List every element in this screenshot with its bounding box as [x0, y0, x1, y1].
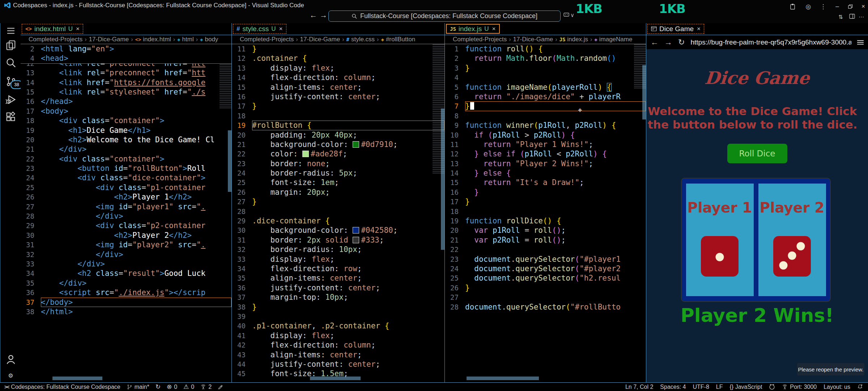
- status-item-rocket[interactable]: [218, 384, 224, 390]
- code-line[interactable]: 26 margin: 20px;: [232, 188, 444, 197]
- code-line[interactable]: 41 display: flex;: [232, 331, 444, 340]
- history-back-arrow[interactable]: ←: [310, 11, 317, 20]
- code-line[interactable]: 18 <div class="container">: [21, 116, 231, 125]
- code-line[interactable]: 25 <div class="p1-container: [21, 183, 231, 192]
- scrollbar-vertical[interactable]: [228, 130, 231, 192]
- code-line[interactable]: 23 border: none;: [232, 159, 444, 168]
- code-line[interactable]: 13 display: flex;: [232, 63, 444, 73]
- breadcrumb[interactable]: Completed-Projects›17-Dice-Game›#style.c…: [232, 35, 444, 44]
- code-line[interactable]: 27}: [232, 197, 444, 206]
- tab-close-icon[interactable]: ×: [279, 25, 283, 33]
- code-line[interactable]: 23 <button id="rollButton">Roll: [21, 164, 231, 173]
- status-item-sync[interactable]: ↻: [156, 383, 161, 391]
- remote-menu-icon[interactable]: ∨: [563, 12, 574, 18]
- browser-reload-icon[interactable]: ↻: [678, 38, 685, 47]
- breadcrumb[interactable]: Completed-Projects›17-Dice-Game›<>index.…: [21, 35, 231, 44]
- clipboard-icon[interactable]: [788, 2, 797, 11]
- code-line[interactable]: 22 <div class="container">: [21, 154, 231, 164]
- code-line[interactable]: 22: [445, 245, 646, 254]
- status-item[interactable]: Ln 7, Col 2: [625, 384, 653, 390]
- code-line[interactable]: 11 return "Player 1 Wins!";: [445, 140, 646, 149]
- status-item-tower[interactable]: 2: [200, 384, 212, 390]
- code-line[interactable]: 26 <h2>Player 1</h2>: [21, 192, 231, 202]
- code-line[interactable]: 6 return "./images/dice" + playerR: [445, 92, 646, 101]
- code-line[interactable]: 21 </div>: [21, 144, 231, 154]
- code-line[interactable]: 23 document.querySelector("#player1: [445, 255, 646, 264]
- code-line[interactable]: 24 <div class="dice-container">: [21, 173, 231, 182]
- code-editor-html[interactable]: 12 <link rel="preconnect" href="htt13 <l…: [21, 44, 231, 382]
- code-line[interactable]: 28 </div>: [21, 211, 231, 221]
- account-icon[interactable]: [0, 352, 21, 367]
- status-item-warn[interactable]: ⚠0: [183, 383, 194, 391]
- code-line[interactable]: 15 return "It's a Draw!";: [445, 178, 646, 187]
- code-line[interactable]: 16 justify-content: center;: [232, 92, 444, 101]
- breadcrumb-item[interactable]: ◈html: [177, 36, 194, 43]
- status-item[interactable]: Spaces: 4: [660, 384, 686, 390]
- code-line[interactable]: 2<html lang="en">: [21, 44, 231, 54]
- search-icon[interactable]: [0, 55, 21, 70]
- code-line[interactable]: 40.p1-container, .p2-container {: [232, 321, 444, 331]
- scrollbar-vertical[interactable]: [441, 109, 444, 250]
- code-line[interactable]: 35 align-items: center;: [232, 273, 444, 283]
- status-item-branch[interactable]: main*: [127, 384, 149, 390]
- code-line[interactable]: 35 </div>: [21, 278, 231, 288]
- breadcrumb-item[interactable]: #style.css: [346, 36, 375, 43]
- breadcrumb-item[interactable]: Completed-Projects: [240, 36, 294, 43]
- tab-style-css[interactable]: # style.css U ×: [233, 24, 286, 34]
- code-line[interactable]: 4<head>: [21, 54, 231, 63]
- code-line[interactable]: 24 border-radius: 5px;: [232, 168, 444, 178]
- code-line[interactable]: 20 <h2>Welcome to the Dice Game! Cl: [21, 135, 231, 144]
- code-line[interactable]: 32 </div>: [21, 250, 231, 259]
- code-line[interactable]: 32 border-radius: 10px;: [232, 245, 444, 254]
- code-line[interactable]: 17<body>: [21, 106, 231, 116]
- code-line[interactable]: 25 font-size: 1em;: [232, 178, 444, 187]
- code-line[interactable]: 42 flex-direction: column;: [232, 340, 444, 350]
- restore-icon[interactable]: [846, 2, 855, 11]
- status-item[interactable]: Layout: us: [824, 384, 850, 390]
- code-line[interactable]: 15 <link rel="stylesheet" href="./s: [21, 87, 231, 97]
- breadcrumb-item[interactable]: JSindex.js: [559, 36, 588, 43]
- code-line[interactable]: 5function imageName(playerRoll) {: [445, 83, 646, 92]
- code-line[interactable]: 34 <h2 class="result">Good Luck: [21, 269, 231, 278]
- more-actions-icon[interactable]: ⋯: [859, 14, 864, 20]
- breadcrumb-item[interactable]: ◈body: [200, 36, 218, 43]
- scrollbar-horizontal[interactable]: [52, 377, 102, 380]
- tab-index-js[interactable]: JS index.js U ×: [446, 24, 500, 34]
- code-line[interactable]: 7}: [445, 101, 646, 111]
- sync-settings-icon[interactable]: ⇅: [838, 14, 843, 20]
- code-line[interactable]: 19 <h1>Dice Game</h1>: [21, 126, 231, 135]
- source-control-icon[interactable]: 38: [0, 74, 21, 89]
- breadcrumb-item[interactable]: 17-Dice-Game: [300, 36, 340, 43]
- code-line[interactable]: 30 background-color: #042580;: [232, 226, 444, 235]
- status-item[interactable]: {} JavaScript: [730, 384, 762, 390]
- code-line[interactable]: 44 justify-content: center;: [232, 360, 444, 369]
- status-item-remote[interactable]: ><Codespaces: Fullstack Course Codespace: [4, 384, 120, 390]
- code-line[interactable]: 24 document.querySelector("#player2: [445, 264, 646, 273]
- tab-index-html[interactable]: <> index.html U ×: [22, 24, 83, 34]
- menu-hamburger-icon[interactable]: [0, 23, 21, 38]
- code-line[interactable]: 19function rollDice() {: [445, 216, 646, 226]
- code-line[interactable]: 18: [445, 207, 646, 216]
- code-line[interactable]: 31 border: 2px solid #333;: [232, 235, 444, 245]
- minimize-icon[interactable]: –: [833, 2, 842, 11]
- command-center-search[interactable]: Fullstack-Course [Codespaces: Fullstack …: [328, 10, 561, 22]
- tab-close-icon[interactable]: ×: [76, 25, 80, 33]
- code-line[interactable]: 21 var p2Roll = roll();: [445, 235, 646, 245]
- code-line[interactable]: 33 </div>: [21, 259, 231, 269]
- code-line[interactable]: 31 <img id="player2" src=".: [21, 240, 231, 249]
- status-item-github[interactable]: [769, 384, 775, 390]
- code-line[interactable]: 37</body>: [21, 298, 231, 307]
- breadcrumb-item[interactable]: Completed-Projects: [453, 36, 507, 43]
- settings-gear-icon[interactable]: ⚙: [0, 368, 21, 383]
- code-line[interactable]: 39: [232, 312, 444, 321]
- scrollbar-horizontal[interactable]: [467, 377, 539, 380]
- code-line[interactable]: 13 return "Player 2 Wins!";: [445, 159, 646, 168]
- code-line[interactable]: 34 flex-direction: row;: [232, 264, 444, 273]
- code-line[interactable]: 29.dice-container {: [232, 216, 444, 226]
- code-line[interactable]: 15 align-items: center;: [232, 83, 444, 92]
- code-line[interactable]: 36 <script src="./index.js"></scrip: [21, 288, 231, 297]
- code-line[interactable]: 11}: [232, 44, 444, 54]
- layout-toggle-icon[interactable]: [849, 14, 855, 19]
- breadcrumb-item[interactable]: 17-Dice-Game: [513, 36, 553, 43]
- code-line[interactable]: 10 if (p1Roll > p2Roll) {: [445, 130, 646, 140]
